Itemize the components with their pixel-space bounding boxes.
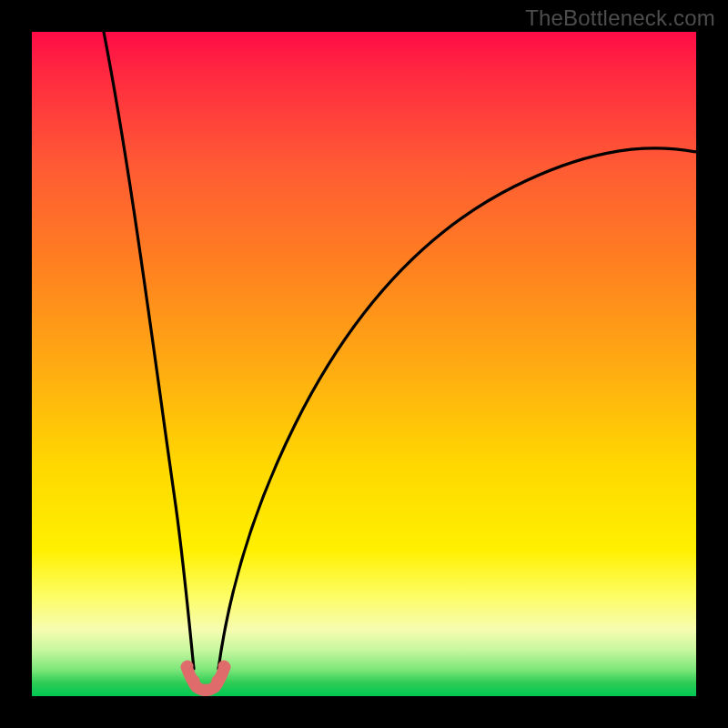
chart-frame: TheBottleneck.com: [0, 0, 728, 728]
curves-svg: [32, 32, 696, 696]
left-dot-upper: [182, 661, 194, 672]
left-dot-lower: [188, 675, 200, 687]
curve-left-branch: [104, 32, 194, 669]
right-dot-lower: [212, 675, 224, 687]
plot-area: [32, 32, 696, 696]
curve-right-branch: [218, 148, 696, 669]
right-dot-upper: [218, 661, 230, 672]
watermark-text: TheBottleneck.com: [525, 5, 715, 31]
curve-group: [104, 32, 696, 691]
